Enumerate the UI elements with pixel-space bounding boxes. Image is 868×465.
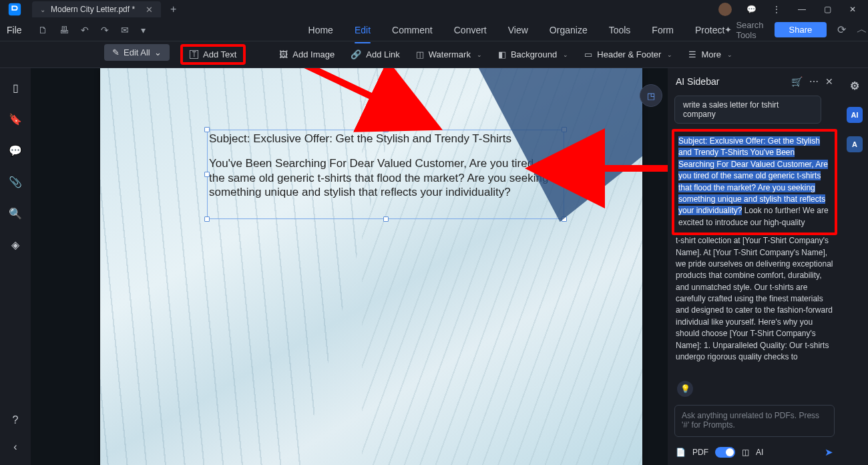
thumbnail-icon[interactable]: ▯ <box>13 82 19 94</box>
resize-handle[interactable] <box>204 127 210 132</box>
layers-icon[interactable]: ◈ <box>11 239 19 251</box>
more-label: More <box>701 49 721 59</box>
background-tool[interactable]: ◧ Background ⌄ <box>498 49 568 59</box>
file-menu[interactable]: File <box>7 25 22 35</box>
text-body[interactable]: You've Been Searching For Dear Valued Cu… <box>209 156 562 199</box>
ai-sidebar: ◳ AI Sidebar 🛒 ⋯ ✕ write a sales letter … <box>668 68 841 465</box>
document-tab[interactable]: ⌄ Modern City Letter.pdf * ✕ <box>32 1 161 17</box>
add-link-label: Add Link <box>366 49 400 59</box>
idea-icon[interactable]: 💡 <box>677 381 693 397</box>
print-icon[interactable]: 🖶 <box>59 25 69 35</box>
cart-icon[interactable]: 🛒 <box>791 76 803 87</box>
ai-input-box[interactable]: Ask anything unrelated to PDFs. Press '#… <box>674 405 835 437</box>
more-vertical-icon[interactable]: ⋮ <box>771 3 783 15</box>
nav-comment[interactable]: Comment <box>392 21 433 39</box>
watermark-tool[interactable]: ◫ Watermark ⌄ <box>416 49 482 59</box>
pdf-ai-toggle[interactable] <box>715 447 735 458</box>
ai-input-placeholder: Ask anything unrelated to PDFs. Press '#… <box>682 411 819 430</box>
resize-handle[interactable] <box>383 216 389 222</box>
nav-view[interactable]: View <box>508 21 528 39</box>
ai-mode-label: AI <box>756 448 763 457</box>
menu-bar: File 🗋 🖶 ↶ ↷ ✉ ▾ Home Edit Comment Conve… <box>0 19 868 41</box>
chevron-down-icon: ⌄ <box>40 6 45 13</box>
title-bar: ⌄ Modern City Letter.pdf * ✕ + 💬 ⋮ — ▢ ✕ <box>0 0 868 19</box>
close-tab-icon[interactable]: ✕ <box>146 5 153 15</box>
mail-icon[interactable]: ✉ <box>121 25 129 35</box>
header-footer-icon: ▭ <box>584 49 592 59</box>
undo-icon[interactable]: ↶ <box>81 25 89 35</box>
sidebar-more-icon[interactable]: ⋯ <box>809 76 819 87</box>
ai-mode-icon: ◫ <box>742 448 749 457</box>
nav-tools[interactable]: Tools <box>609 21 631 39</box>
new-tab-button[interactable]: + <box>170 3 176 15</box>
nav-edit[interactable]: Edit <box>355 21 371 39</box>
filter-icon[interactable]: ▾ <box>141 25 146 35</box>
collapse-left-icon[interactable]: ‹ <box>13 441 17 453</box>
resize-handle[interactable] <box>562 127 567 132</box>
text-edit-frame[interactable]: Subject: Exclusive Offer: Get the Stylis… <box>207 130 564 219</box>
caret-down-icon: ⌄ <box>727 51 732 58</box>
add-text-tool[interactable]: 🅃 Add Text <box>180 44 246 65</box>
nav-protect[interactable]: Protect <box>695 21 724 39</box>
search-placeholder: Search Tools <box>736 20 763 40</box>
cloud-icon[interactable]: ⟳ <box>837 23 846 36</box>
user-avatar[interactable] <box>718 3 732 16</box>
add-image-tool[interactable]: 🖼 Add Image <box>279 49 335 59</box>
app-logo <box>3 0 27 19</box>
caret-down-icon: ⌄ <box>667 51 672 58</box>
send-icon[interactable]: ➤ <box>825 446 833 458</box>
resize-handle[interactable] <box>204 216 210 222</box>
ai-response-highlighted[interactable]: Subject: Exclusive Offer: Get the Stylis… <box>672 129 837 235</box>
search-panel-icon[interactable]: 🔍 <box>9 207 22 220</box>
close-sidebar-icon[interactable]: ✕ <box>825 76 833 87</box>
more-tool[interactable]: ☰ More ⌄ <box>688 49 732 59</box>
sidebar-title: AI Sidebar <box>676 76 719 87</box>
text-subject[interactable]: Subject: Exclusive Offer: Get the Stylis… <box>209 132 562 146</box>
close-window-button[interactable]: ✕ <box>847 3 859 15</box>
resize-handle[interactable] <box>562 172 567 177</box>
header-footer-tool[interactable]: ▭ Header & Footer ⌄ <box>584 49 672 59</box>
user-prompt-bubble: write a sales letter for tshirt company <box>674 96 821 124</box>
search-tools[interactable]: ✦ Search Tools <box>724 20 763 40</box>
redo-icon[interactable]: ↷ <box>101 25 109 35</box>
resize-handle[interactable] <box>204 172 210 177</box>
bookmark-icon[interactable]: 🔖 <box>9 113 22 126</box>
ai-response-selected: Subject: Exclusive Offer: Get the Stylis… <box>678 136 828 215</box>
pen-icon: ✎ <box>112 47 120 57</box>
rotate-handle[interactable] <box>383 113 389 118</box>
help-icon[interactable]: ? <box>13 414 19 426</box>
link-icon: 🔗 <box>351 49 361 59</box>
document-canvas[interactable]: Subject: Exclusive Offer: Get the Stylis… <box>31 68 668 465</box>
attachment-icon[interactable]: 📎 <box>9 176 22 188</box>
comment-panel-icon[interactable]: 💬 <box>9 144 22 157</box>
maximize-button[interactable]: ▢ <box>821 3 833 15</box>
header-footer-label: Header & Footer <box>597 49 661 59</box>
ai-response-rest: t-shirt collection at [Your T-Shirt Comp… <box>668 235 841 367</box>
caret-down-icon: ⌄ <box>477 51 482 58</box>
sparkle-icon: ✦ <box>724 25 732 35</box>
caret-down-icon: ⌄ <box>154 47 162 57</box>
pdf-page[interactable]: Subject: Exclusive Offer: Get the Stylis… <box>100 68 642 465</box>
pdf-mode-label: PDF <box>692 448 708 457</box>
word-export-icon[interactable]: A <box>847 136 863 152</box>
edit-all-dropdown[interactable]: ✎ Edit All ⌄ <box>104 44 170 61</box>
chat-icon[interactable]: 💬 <box>745 3 757 15</box>
caret-down-icon: ⌄ <box>563 51 568 58</box>
nav-organize[interactable]: Organize <box>550 21 588 39</box>
minimize-button[interactable]: — <box>796 3 808 15</box>
settings-sliders-icon[interactable]: ⚙ <box>847 78 863 94</box>
resize-handle[interactable] <box>383 127 389 132</box>
ai-tool-icon[interactable]: AI <box>847 107 863 123</box>
left-sidebar: ▯ 🔖 💬 📎 🔍 ◈ ? ‹ <box>0 68 31 465</box>
text-icon: 🅃 <box>190 49 198 59</box>
add-link-tool[interactable]: 🔗 Add Link <box>351 49 400 59</box>
collapse-ribbon-icon[interactable]: ︿ <box>857 23 867 37</box>
nav-convert[interactable]: Convert <box>454 21 487 39</box>
resize-handle[interactable] <box>562 216 567 222</box>
save-icon[interactable]: 🗋 <box>38 25 47 35</box>
nav-form[interactable]: Form <box>652 21 674 39</box>
ai-badge-icon[interactable]: ◳ <box>640 84 662 107</box>
nav-home[interactable]: Home <box>308 21 333 39</box>
background-icon: ◧ <box>498 49 506 59</box>
share-button[interactable]: Share <box>775 22 827 37</box>
